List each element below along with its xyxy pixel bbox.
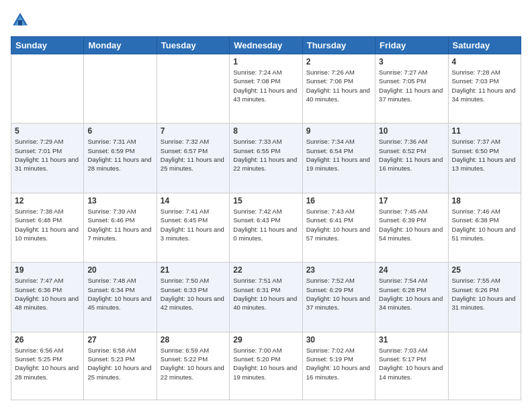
calendar-day-cell (448, 332, 521, 400)
day-info: Sunrise: 7:03 AMSunset: 5:17 PMDaylight:… (379, 346, 444, 381)
day-number: 10 (379, 126, 444, 136)
calendar-day-cell: 19Sunrise: 7:47 AMSunset: 6:36 PMDayligh… (11, 263, 84, 332)
day-number: 18 (452, 196, 517, 205)
svg-rect-2 (18, 20, 22, 26)
day-number: 15 (233, 196, 298, 205)
day-number: 27 (87, 335, 152, 345)
calendar-day-cell: 18Sunrise: 7:46 AMSunset: 6:38 PMDayligh… (448, 193, 521, 262)
calendar-day-cell: 5Sunrise: 7:29 AMSunset: 7:01 PMDaylight… (11, 124, 84, 193)
day-number: 21 (161, 265, 226, 275)
calendar-day-cell: 23Sunrise: 7:52 AMSunset: 6:29 PMDayligh… (302, 263, 375, 332)
calendar-day-cell: 27Sunrise: 6:58 AMSunset: 5:23 PMDayligh… (84, 332, 157, 400)
day-number: 20 (87, 265, 152, 275)
calendar-table: SundayMondayTuesdayWednesdayThursdayFrid… (11, 36, 521, 400)
day-number: 24 (379, 265, 444, 275)
day-number: 9 (306, 126, 371, 136)
day-info: Sunrise: 7:47 AMSunset: 6:36 PMDaylight:… (15, 276, 80, 312)
calendar-header-sunday: Sunday (11, 37, 84, 54)
calendar-day-cell: 4Sunrise: 7:28 AMSunset: 7:03 PMDaylight… (448, 54, 521, 124)
calendar-day-cell (84, 54, 157, 124)
day-info: Sunrise: 7:55 AMSunset: 6:26 PMDaylight:… (452, 276, 517, 312)
day-info: Sunrise: 7:54 AMSunset: 6:28 PMDaylight:… (379, 276, 444, 312)
calendar-header-thursday: Thursday (302, 37, 375, 54)
calendar-day-cell: 25Sunrise: 7:55 AMSunset: 6:26 PMDayligh… (448, 263, 521, 332)
logo-icon (11, 11, 30, 30)
calendar-day-cell: 6Sunrise: 7:31 AMSunset: 6:59 PMDaylight… (84, 124, 157, 193)
day-info: Sunrise: 7:45 AMSunset: 6:39 PMDaylight:… (379, 207, 444, 242)
day-number: 14 (161, 196, 226, 205)
day-info: Sunrise: 7:52 AMSunset: 6:29 PMDaylight:… (306, 276, 371, 312)
day-info: Sunrise: 7:36 AMSunset: 6:52 PMDaylight:… (379, 137, 444, 173)
calendar-day-cell: 16Sunrise: 7:43 AMSunset: 6:41 PMDayligh… (302, 193, 375, 262)
calendar-day-cell: 31Sunrise: 7:03 AMSunset: 5:17 PMDayligh… (375, 332, 448, 400)
calendar-day-cell: 11Sunrise: 7:37 AMSunset: 6:50 PMDayligh… (448, 124, 521, 193)
calendar-header-friday: Friday (375, 37, 448, 54)
day-number: 17 (379, 196, 444, 205)
page: SundayMondayTuesdayWednesdayThursdayFrid… (0, 0, 532, 411)
day-number: 23 (306, 265, 371, 275)
day-info: Sunrise: 7:02 AMSunset: 5:19 PMDaylight:… (306, 346, 371, 381)
day-info: Sunrise: 6:58 AMSunset: 5:23 PMDaylight:… (87, 346, 152, 381)
day-number: 12 (15, 196, 80, 205)
calendar-day-cell: 30Sunrise: 7:02 AMSunset: 5:19 PMDayligh… (302, 332, 375, 400)
day-info: Sunrise: 7:43 AMSunset: 6:41 PMDaylight:… (306, 207, 371, 242)
calendar-day-cell: 10Sunrise: 7:36 AMSunset: 6:52 PMDayligh… (375, 124, 448, 193)
day-number: 5 (15, 126, 80, 136)
day-number: 26 (15, 335, 80, 345)
day-number: 29 (233, 335, 298, 345)
calendar-day-cell: 29Sunrise: 7:00 AMSunset: 5:20 PMDayligh… (230, 332, 302, 400)
calendar-week-row: 26Sunrise: 6:56 AMSunset: 5:25 PMDayligh… (11, 332, 521, 400)
calendar-day-cell: 3Sunrise: 7:27 AMSunset: 7:05 PMDaylight… (375, 54, 448, 124)
day-number: 11 (452, 126, 517, 136)
day-number: 22 (233, 265, 298, 275)
day-number: 3 (379, 57, 444, 66)
calendar-header-tuesday: Tuesday (157, 37, 229, 54)
day-number: 2 (306, 57, 371, 66)
day-number: 8 (233, 126, 298, 136)
calendar-day-cell: 1Sunrise: 7:24 AMSunset: 7:08 PMDaylight… (230, 54, 302, 124)
day-info: Sunrise: 7:48 AMSunset: 6:34 PMDaylight:… (87, 276, 152, 312)
calendar-day-cell: 21Sunrise: 7:50 AMSunset: 6:33 PMDayligh… (157, 263, 229, 332)
calendar-day-cell: 24Sunrise: 7:54 AMSunset: 6:28 PMDayligh… (375, 263, 448, 332)
calendar-header-saturday: Saturday (448, 37, 521, 54)
day-info: Sunrise: 7:00 AMSunset: 5:20 PMDaylight:… (233, 346, 298, 381)
calendar-day-cell: 12Sunrise: 7:38 AMSunset: 6:48 PMDayligh… (11, 193, 84, 262)
day-info: Sunrise: 7:27 AMSunset: 7:05 PMDaylight:… (379, 68, 444, 103)
calendar-day-cell: 8Sunrise: 7:33 AMSunset: 6:55 PMDaylight… (230, 124, 302, 193)
calendar-day-cell: 7Sunrise: 7:32 AMSunset: 6:57 PMDaylight… (157, 124, 229, 193)
day-number: 25 (452, 265, 517, 275)
day-info: Sunrise: 7:39 AMSunset: 6:46 PMDaylight:… (87, 207, 152, 242)
logo (11, 11, 32, 30)
header (11, 11, 521, 30)
day-number: 28 (161, 335, 226, 345)
day-number: 13 (87, 196, 152, 205)
calendar-week-row: 12Sunrise: 7:38 AMSunset: 6:48 PMDayligh… (11, 193, 521, 262)
day-number: 31 (379, 335, 444, 345)
day-info: Sunrise: 7:38 AMSunset: 6:48 PMDaylight:… (15, 207, 80, 242)
calendar-day-cell: 14Sunrise: 7:41 AMSunset: 6:45 PMDayligh… (157, 193, 229, 262)
day-info: Sunrise: 7:33 AMSunset: 6:55 PMDaylight:… (233, 137, 298, 173)
calendar-day-cell: 13Sunrise: 7:39 AMSunset: 6:46 PMDayligh… (84, 193, 157, 262)
calendar-day-cell: 17Sunrise: 7:45 AMSunset: 6:39 PMDayligh… (375, 193, 448, 262)
calendar-day-cell: 15Sunrise: 7:42 AMSunset: 6:43 PMDayligh… (230, 193, 302, 262)
day-info: Sunrise: 7:50 AMSunset: 6:33 PMDaylight:… (161, 276, 226, 312)
day-info: Sunrise: 7:37 AMSunset: 6:50 PMDaylight:… (452, 137, 517, 173)
calendar-day-cell (157, 54, 229, 124)
day-number: 19 (15, 265, 80, 275)
calendar-day-cell: 20Sunrise: 7:48 AMSunset: 6:34 PMDayligh… (84, 263, 157, 332)
calendar-header-row: SundayMondayTuesdayWednesdayThursdayFrid… (11, 37, 521, 54)
day-number: 16 (306, 196, 371, 205)
day-info: Sunrise: 6:59 AMSunset: 5:22 PMDaylight:… (161, 346, 226, 381)
day-number: 30 (306, 335, 371, 345)
calendar-week-row: 19Sunrise: 7:47 AMSunset: 6:36 PMDayligh… (11, 263, 521, 332)
calendar-day-cell (11, 54, 84, 124)
day-info: Sunrise: 7:41 AMSunset: 6:45 PMDaylight:… (161, 207, 226, 242)
calendar-week-row: 1Sunrise: 7:24 AMSunset: 7:08 PMDaylight… (11, 54, 521, 124)
calendar-header-wednesday: Wednesday (230, 37, 302, 54)
day-info: Sunrise: 7:42 AMSunset: 6:43 PMDaylight:… (233, 207, 298, 242)
day-number: 4 (452, 57, 517, 66)
day-number: 7 (161, 126, 226, 136)
calendar-week-row: 5Sunrise: 7:29 AMSunset: 7:01 PMDaylight… (11, 124, 521, 193)
day-info: Sunrise: 7:34 AMSunset: 6:54 PMDaylight:… (306, 137, 371, 173)
day-info: Sunrise: 6:56 AMSunset: 5:25 PMDaylight:… (15, 346, 80, 381)
